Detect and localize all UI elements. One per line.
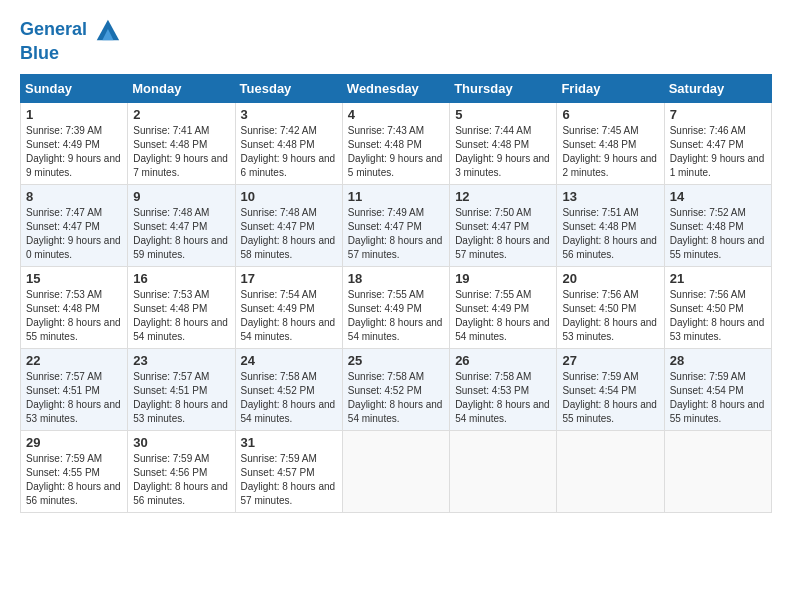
logo-area: General Blue: [20, 16, 121, 64]
day-number: 24: [241, 353, 337, 368]
day-number: 23: [133, 353, 229, 368]
day-info: Sunrise: 7:51 AMSunset: 4:48 PMDaylight:…: [562, 206, 658, 262]
day-info: Sunrise: 7:59 AMSunset: 4:54 PMDaylight:…: [562, 370, 658, 426]
day-info: Sunrise: 7:47 AMSunset: 4:47 PMDaylight:…: [26, 206, 122, 262]
calendar-cell: [342, 430, 449, 512]
day-info: Sunrise: 7:48 AMSunset: 4:47 PMDaylight:…: [241, 206, 337, 262]
day-info: Sunrise: 7:58 AMSunset: 4:52 PMDaylight:…: [241, 370, 337, 426]
day-number: 11: [348, 189, 444, 204]
calendar-cell: 6Sunrise: 7:45 AMSunset: 4:48 PMDaylight…: [557, 102, 664, 184]
day-number: 22: [26, 353, 122, 368]
day-number: 2: [133, 107, 229, 122]
calendar-cell: 18Sunrise: 7:55 AMSunset: 4:49 PMDayligh…: [342, 266, 449, 348]
calendar-cell: 30Sunrise: 7:59 AMSunset: 4:56 PMDayligh…: [128, 430, 235, 512]
calendar-cell: 8Sunrise: 7:47 AMSunset: 4:47 PMDaylight…: [21, 184, 128, 266]
calendar-cell: 15Sunrise: 7:53 AMSunset: 4:48 PMDayligh…: [21, 266, 128, 348]
calendar-cell: 28Sunrise: 7:59 AMSunset: 4:54 PMDayligh…: [664, 348, 771, 430]
day-number: 8: [26, 189, 122, 204]
day-number: 21: [670, 271, 766, 286]
day-info: Sunrise: 7:54 AMSunset: 4:49 PMDaylight:…: [241, 288, 337, 344]
day-number: 19: [455, 271, 551, 286]
calendar-cell: [664, 430, 771, 512]
calendar-table: SundayMondayTuesdayWednesdayThursdayFrid…: [20, 74, 772, 513]
calendar-cell: 7Sunrise: 7:46 AMSunset: 4:47 PMDaylight…: [664, 102, 771, 184]
day-info: Sunrise: 7:48 AMSunset: 4:47 PMDaylight:…: [133, 206, 229, 262]
day-number: 29: [26, 435, 122, 450]
day-info: Sunrise: 7:56 AMSunset: 4:50 PMDaylight:…: [670, 288, 766, 344]
calendar-week-row: 15Sunrise: 7:53 AMSunset: 4:48 PMDayligh…: [21, 266, 772, 348]
calendar-week-row: 29Sunrise: 7:59 AMSunset: 4:55 PMDayligh…: [21, 430, 772, 512]
day-number: 31: [241, 435, 337, 450]
calendar-cell: 4Sunrise: 7:43 AMSunset: 4:48 PMDaylight…: [342, 102, 449, 184]
day-info: Sunrise: 7:56 AMSunset: 4:50 PMDaylight:…: [562, 288, 658, 344]
day-number: 7: [670, 107, 766, 122]
weekday-header: Saturday: [664, 74, 771, 102]
calendar-page: General Blue SundayMondayTuesdayWednesda…: [0, 0, 792, 612]
calendar-header-row: SundayMondayTuesdayWednesdayThursdayFrid…: [21, 74, 772, 102]
calendar-cell: 2Sunrise: 7:41 AMSunset: 4:48 PMDaylight…: [128, 102, 235, 184]
day-info: Sunrise: 7:44 AMSunset: 4:48 PMDaylight:…: [455, 124, 551, 180]
day-info: Sunrise: 7:57 AMSunset: 4:51 PMDaylight:…: [26, 370, 122, 426]
day-number: 13: [562, 189, 658, 204]
calendar-cell: 19Sunrise: 7:55 AMSunset: 4:49 PMDayligh…: [450, 266, 557, 348]
calendar-cell: 9Sunrise: 7:48 AMSunset: 4:47 PMDaylight…: [128, 184, 235, 266]
day-number: 12: [455, 189, 551, 204]
day-info: Sunrise: 7:52 AMSunset: 4:48 PMDaylight:…: [670, 206, 766, 262]
day-number: 25: [348, 353, 444, 368]
calendar-cell: 16Sunrise: 7:53 AMSunset: 4:48 PMDayligh…: [128, 266, 235, 348]
day-number: 20: [562, 271, 658, 286]
day-number: 16: [133, 271, 229, 286]
calendar-cell: 5Sunrise: 7:44 AMSunset: 4:48 PMDaylight…: [450, 102, 557, 184]
calendar-cell: 11Sunrise: 7:49 AMSunset: 4:47 PMDayligh…: [342, 184, 449, 266]
day-info: Sunrise: 7:55 AMSunset: 4:49 PMDaylight:…: [455, 288, 551, 344]
calendar-cell: 20Sunrise: 7:56 AMSunset: 4:50 PMDayligh…: [557, 266, 664, 348]
calendar-cell: 29Sunrise: 7:59 AMSunset: 4:55 PMDayligh…: [21, 430, 128, 512]
calendar-cell: [450, 430, 557, 512]
day-info: Sunrise: 7:53 AMSunset: 4:48 PMDaylight:…: [133, 288, 229, 344]
day-info: Sunrise: 7:43 AMSunset: 4:48 PMDaylight:…: [348, 124, 444, 180]
calendar-cell: 23Sunrise: 7:57 AMSunset: 4:51 PMDayligh…: [128, 348, 235, 430]
calendar-cell: [557, 430, 664, 512]
calendar-cell: 1Sunrise: 7:39 AMSunset: 4:49 PMDaylight…: [21, 102, 128, 184]
calendar-cell: 25Sunrise: 7:58 AMSunset: 4:52 PMDayligh…: [342, 348, 449, 430]
calendar-cell: 12Sunrise: 7:50 AMSunset: 4:47 PMDayligh…: [450, 184, 557, 266]
weekday-header: Friday: [557, 74, 664, 102]
day-info: Sunrise: 7:59 AMSunset: 4:57 PMDaylight:…: [241, 452, 337, 508]
day-info: Sunrise: 7:58 AMSunset: 4:53 PMDaylight:…: [455, 370, 551, 426]
calendar-cell: 26Sunrise: 7:58 AMSunset: 4:53 PMDayligh…: [450, 348, 557, 430]
day-info: Sunrise: 7:49 AMSunset: 4:47 PMDaylight:…: [348, 206, 444, 262]
day-info: Sunrise: 7:41 AMSunset: 4:48 PMDaylight:…: [133, 124, 229, 180]
day-number: 18: [348, 271, 444, 286]
day-number: 10: [241, 189, 337, 204]
day-info: Sunrise: 7:50 AMSunset: 4:47 PMDaylight:…: [455, 206, 551, 262]
day-number: 30: [133, 435, 229, 450]
day-number: 9: [133, 189, 229, 204]
day-number: 3: [241, 107, 337, 122]
day-info: Sunrise: 7:57 AMSunset: 4:51 PMDaylight:…: [133, 370, 229, 426]
calendar-cell: 27Sunrise: 7:59 AMSunset: 4:54 PMDayligh…: [557, 348, 664, 430]
day-number: 6: [562, 107, 658, 122]
day-number: 17: [241, 271, 337, 286]
weekday-header: Thursday: [450, 74, 557, 102]
page-header: General Blue: [20, 16, 772, 64]
day-info: Sunrise: 7:53 AMSunset: 4:48 PMDaylight:…: [26, 288, 122, 344]
logo-icon: [93, 16, 121, 44]
weekday-header: Tuesday: [235, 74, 342, 102]
calendar-cell: 24Sunrise: 7:58 AMSunset: 4:52 PMDayligh…: [235, 348, 342, 430]
day-info: Sunrise: 7:55 AMSunset: 4:49 PMDaylight:…: [348, 288, 444, 344]
day-number: 27: [562, 353, 658, 368]
weekday-header: Sunday: [21, 74, 128, 102]
weekday-header: Monday: [128, 74, 235, 102]
day-info: Sunrise: 7:46 AMSunset: 4:47 PMDaylight:…: [670, 124, 766, 180]
day-info: Sunrise: 7:45 AMSunset: 4:48 PMDaylight:…: [562, 124, 658, 180]
calendar-cell: 21Sunrise: 7:56 AMSunset: 4:50 PMDayligh…: [664, 266, 771, 348]
day-info: Sunrise: 7:58 AMSunset: 4:52 PMDaylight:…: [348, 370, 444, 426]
calendar-week-row: 8Sunrise: 7:47 AMSunset: 4:47 PMDaylight…: [21, 184, 772, 266]
day-number: 28: [670, 353, 766, 368]
calendar-cell: 10Sunrise: 7:48 AMSunset: 4:47 PMDayligh…: [235, 184, 342, 266]
day-number: 15: [26, 271, 122, 286]
day-number: 14: [670, 189, 766, 204]
day-info: Sunrise: 7:59 AMSunset: 4:56 PMDaylight:…: [133, 452, 229, 508]
day-info: Sunrise: 7:59 AMSunset: 4:54 PMDaylight:…: [670, 370, 766, 426]
logo-general: General: [20, 19, 87, 39]
